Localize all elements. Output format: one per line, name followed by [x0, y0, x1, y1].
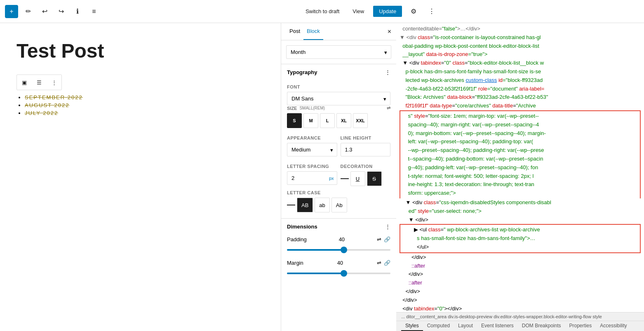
tab-computed[interactable]: Computed [423, 321, 454, 331]
tab-post[interactable]: Post [286, 23, 303, 40]
typography-more-icon[interactable]: ⋮ [385, 69, 390, 75]
code-line: <div tabindex="0"></div> [400, 305, 641, 312]
info-button[interactable]: ℹ [71, 5, 84, 18]
undo-button[interactable]: ↩ [38, 5, 51, 18]
case-none-icon[interactable] [287, 205, 295, 205]
size-btn-m[interactable]: M [303, 113, 318, 128]
tab-styles[interactable]: Styles [401, 321, 423, 331]
archive-link[interactable]: AUGUST 2022 [25, 102, 69, 108]
type-select[interactable]: Month Year Day [286, 45, 391, 59]
main-toolbar: + ✏ ↩ ↪ ℹ ≡ Switch to draft View Update … [0, 0, 644, 23]
archive-link[interactable]: SEPTEMBER 2022 [25, 94, 83, 100]
block-more-button[interactable]: ⋮ [47, 76, 61, 89]
code-line: ▼ <div> [400, 216, 641, 224]
code-line: p-block has-dm-sans-font-family has-smal… [400, 68, 641, 76]
letter-spacing-label: LETTER SPACING [287, 164, 337, 169]
archive-link[interactable]: JULY 2022 [25, 110, 58, 116]
highlighted-style-block: s" style="font-size: 1rem; margin-top: v… [400, 110, 641, 198]
tab-layout[interactable]: Layout [454, 321, 477, 331]
appearance-select[interactable]: Medium [287, 143, 337, 156]
breadcrumb: ... ditor__content_area div.is-desktop-p… [401, 314, 602, 319]
padding-slider-track[interactable] [287, 249, 390, 251]
post-title[interactable]: Test Post [16, 40, 264, 62]
padding-slider-thumb[interactable] [341, 247, 347, 253]
size-btn-xxl[interactable]: XXL [353, 113, 368, 128]
margin-reset-icon[interactable]: ⇌ [377, 260, 381, 266]
dimensions-more-icon[interactable]: ⋮ [385, 224, 390, 230]
size-buttons: S M L XL XXL [287, 113, 390, 128]
code-panel-wrapper: contenteditable="false">…</div> ▼ <div c… [396, 23, 644, 331]
list-view-button[interactable]: ≡ [87, 5, 101, 18]
code-line: "Block: Archives" data-block="ff9323ad-2… [400, 93, 641, 102]
font-select-wrapper: DM Sans ▾ [287, 92, 390, 105]
code-line: s has-small-font-size has-dm-sans-font-f… [402, 234, 638, 243]
padding-slider [281, 244, 396, 258]
dimensions-section: Dimensions ⋮ Padding 40 ⇌ 🔗 [281, 218, 396, 282]
decoration-strikethrough-button[interactable]: S [367, 171, 382, 186]
code-line: contenteditable="false">…</div> [400, 25, 641, 33]
letter-case-label: LETTER CASE [287, 190, 390, 195]
view-button[interactable]: View [348, 6, 368, 17]
margin-slider-thumb[interactable] [341, 270, 347, 277]
typography-title: Typography [287, 69, 317, 75]
edit-button[interactable]: ✏ [21, 5, 35, 18]
typography-header[interactable]: Typography ⋮ [281, 64, 396, 80]
size-btn-s[interactable]: S [287, 113, 302, 128]
block-icon-button[interactable]: ▣ [18, 76, 31, 89]
main-area: Test Post ▣ ☰ ⋮ SEPTEMBER 2022 AUGUST 20… [0, 23, 644, 331]
redo-button[interactable]: ↪ [54, 5, 68, 18]
tab-dom-breakpoints[interactable]: DOM Breakpoints [518, 321, 565, 331]
toolbar-left: + ✏ ↩ ↪ ℹ ≡ [5, 5, 101, 18]
font-select[interactable]: DM Sans [287, 92, 390, 105]
block-align-button[interactable]: ☰ [33, 76, 46, 89]
switch-to-draft-button[interactable]: Switch to draft [301, 6, 343, 17]
appearance-lineheight-row: APPEARANCE Medium ▾ LINE HEIGHT [287, 131, 390, 156]
settings-button[interactable]: ⚙ [407, 5, 420, 18]
appearance-select-wrapper: Medium ▾ [287, 143, 337, 156]
appearance-col: APPEARANCE Medium ▾ [287, 131, 337, 156]
add-button[interactable]: + [5, 5, 18, 18]
code-line: -2cfe-4a63-bf22-b53f2f169f1f" role="docu… [400, 85, 641, 93]
case-uppercase-button[interactable]: AB [297, 198, 313, 212]
list-item: SEPTEMBER 2022 [25, 94, 264, 100]
size-settings-icon[interactable]: ⇌ [387, 105, 390, 111]
margin-row: Margin 40 ⇌ 🔗 [281, 258, 396, 268]
line-height-input[interactable] [341, 143, 391, 156]
margin-icons: ⇌ 🔗 [377, 260, 390, 266]
update-button[interactable]: Update [373, 6, 402, 17]
margin-slider-track[interactable] [287, 273, 390, 274]
size-label: SIZE [287, 106, 297, 111]
toolbar-center: Switch to draft View Update ⚙ ⋮ [101, 5, 639, 18]
padding-reset-icon[interactable]: ⇌ [377, 236, 381, 242]
sidebar-close-button[interactable]: × [388, 28, 391, 35]
code-line: </div> [400, 253, 641, 262]
size-btn-xl[interactable]: XL [336, 113, 351, 128]
code-line: ::after [400, 279, 641, 287]
editor-area: Test Post ▣ ☰ ⋮ SEPTEMBER 2022 AUGUST 20… [0, 23, 281, 331]
letter-spacing-input[interactable] [287, 171, 337, 185]
letter-spacing-col: LETTER SPACING px [287, 160, 337, 186]
type-select-wrapper: Month Year Day ▾ [286, 45, 391, 59]
code-line: </ul> [402, 243, 638, 252]
dimensions-icons: ⋮ [385, 224, 390, 230]
case-lowercase-button[interactable]: ab [315, 198, 329, 212]
tab-event-listeners[interactable]: Event listeners [477, 321, 518, 331]
code-line: --wp--preset--spacing--40); padding-righ… [402, 146, 638, 155]
bottom-tabs: Styles Computed Layout Event listeners D… [396, 321, 644, 331]
code-line: ▼ <div class="is-root-container is-layou… [400, 33, 641, 42]
tab-properties[interactable]: Properties [565, 321, 596, 331]
margin-value: 40 [337, 260, 343, 266]
custom-class-link[interactable]: custom-class [465, 77, 497, 83]
padding-link-icon[interactable]: 🔗 [384, 236, 390, 242]
margin-link-icon[interactable]: 🔗 [384, 260, 390, 266]
more-options-button[interactable]: ⋮ [425, 5, 438, 18]
breadcrumb-bar: ... ditor__content_area div.is-desktop-p… [396, 312, 644, 321]
decoration-underline-button[interactable]: U [350, 171, 365, 186]
decoration-none-icon[interactable] [341, 178, 349, 179]
case-capitalize-button[interactable]: Ab [331, 198, 347, 212]
tab-accessibility[interactable]: Accessibility [596, 321, 631, 331]
tab-block[interactable]: Block [303, 23, 323, 40]
decoration-col: DECORATION U S [341, 160, 391, 186]
appearance-label: APPEARANCE [287, 135, 337, 140]
size-btn-l[interactable]: L [320, 113, 335, 128]
